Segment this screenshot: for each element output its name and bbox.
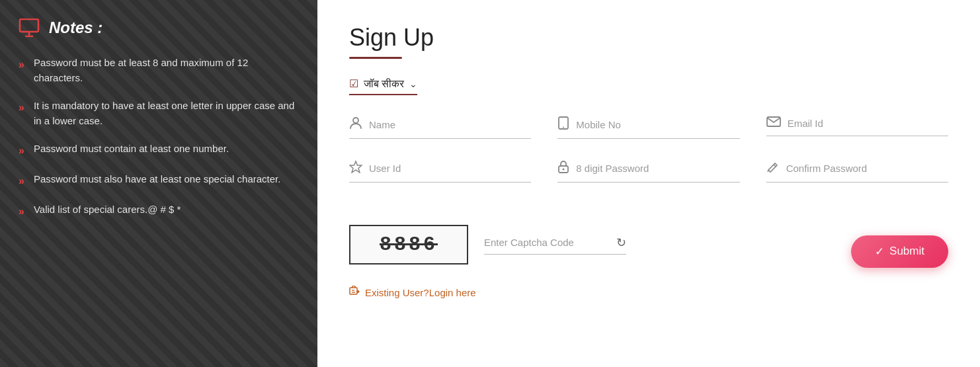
notes-icon [19, 19, 40, 37]
email-field-group [766, 116, 948, 139]
chevron-icon: » [19, 173, 24, 189]
captcha-input-row: ↻ [484, 235, 626, 255]
lock-icon [557, 160, 569, 177]
mobile-field-group [557, 116, 739, 139]
svg-line-10 [774, 165, 776, 167]
refresh-icon[interactable]: ↻ [616, 235, 626, 250]
name-input[interactable] [369, 119, 531, 130]
form-grid [349, 116, 948, 204]
pencil-icon [766, 160, 780, 177]
note-text: Password must contain at least one numbe… [34, 142, 229, 157]
role-check-icon: ☑ [349, 77, 358, 90]
email-field-row [766, 116, 948, 136]
existing-user-link[interactable]: Existing User?Login here [349, 286, 476, 299]
title-underline [349, 57, 402, 59]
role-label: जॉब सीकर [364, 78, 404, 90]
password-field-row [557, 160, 739, 183]
notes-list-item: »It is mandatory to have at least one le… [19, 99, 299, 128]
role-chevron-icon: ⌄ [409, 79, 417, 89]
svg-rect-0 [20, 19, 38, 32]
notes-panel: Notes : »Password must be at least 8 and… [0, 0, 317, 367]
submit-label: Submit [889, 245, 924, 258]
svg-rect-12 [350, 288, 357, 294]
chevron-icon: » [19, 204, 24, 220]
userid-field-group [349, 160, 531, 183]
userid-field-row [349, 160, 531, 183]
confirm-password-field-row [766, 160, 948, 183]
svg-point-9 [563, 169, 565, 171]
notes-header: Notes : [19, 19, 299, 37]
notes-list-item: »Valid list of special carers.@ # $ * [19, 202, 299, 220]
svg-point-3 [353, 118, 358, 123]
email-icon [766, 116, 781, 130]
name-field-group [349, 116, 531, 139]
link-icon [349, 286, 360, 299]
captcha-input[interactable] [484, 237, 610, 248]
submit-button[interactable]: ✓ Submit [851, 235, 948, 268]
name-field-row [349, 116, 531, 139]
note-text: Password must be at least 8 and maximum … [34, 56, 299, 85]
bottom-row: 8886 ↻ ✓ Submit [349, 225, 948, 278]
role-selector[interactable]: ☑ जॉब सीकर ⌄ [349, 77, 417, 95]
notes-list: »Password must be at least 8 and maximum… [19, 56, 299, 220]
svg-line-11 [768, 170, 768, 172]
star-icon [349, 160, 362, 177]
svg-marker-7 [350, 161, 362, 173]
chevron-icon: » [19, 100, 24, 116]
submit-check-icon: ✓ [875, 245, 884, 259]
notes-list-item: »Password must also have at least one sp… [19, 172, 299, 189]
note-text: Valid list of special carers.@ # $ * [34, 202, 181, 218]
mobile-field-row [557, 116, 739, 139]
confirm-password-input[interactable] [786, 163, 948, 174]
mobile-input[interactable] [576, 119, 739, 130]
signup-title: Sign Up [349, 24, 948, 52]
user-icon [349, 116, 362, 133]
captcha-row: 8886 ↻ [349, 225, 626, 265]
svg-point-5 [563, 127, 564, 128]
note-text: Password must also have at least one spe… [34, 172, 281, 187]
chevron-icon: » [19, 57, 24, 73]
signup-panel: Sign Up ☑ जॉब सीकर ⌄ [317, 0, 980, 367]
password-field-group [557, 160, 739, 183]
notes-list-item: »Password must contain at least one numb… [19, 142, 299, 159]
captcha-display: 8886 [349, 225, 468, 265]
mobile-icon [557, 116, 569, 133]
notes-title: Notes : [49, 19, 102, 37]
chevron-icon: » [19, 143, 24, 159]
userid-input[interactable] [369, 163, 531, 174]
existing-user-text: Existing User?Login here [365, 287, 476, 298]
note-text: It is mandatory to have at least one let… [34, 99, 299, 128]
confirm-password-field-group [766, 160, 948, 183]
email-input[interactable] [788, 118, 948, 129]
password-input[interactable] [576, 163, 739, 174]
existing-user-row: Existing User?Login here [349, 286, 948, 299]
notes-list-item: »Password must be at least 8 and maximum… [19, 56, 299, 85]
